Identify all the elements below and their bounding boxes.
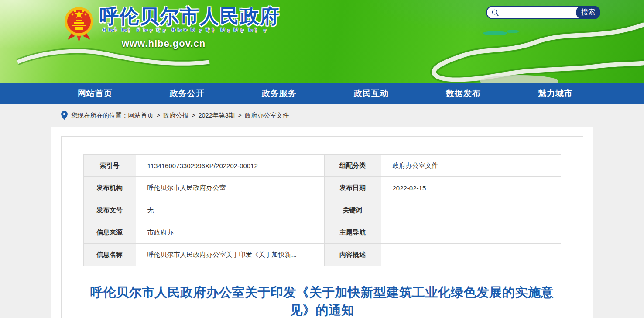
- meta-label-issuer: 发布机构: [83, 177, 136, 199]
- table-row: 索引号 1134160073302996XP/202202-00012 组配分类…: [83, 155, 561, 177]
- table-row: 信息名称 呼伦贝尔市人民政府办公室关于印发《关于加快新... 内容概述: [83, 244, 561, 266]
- search-input[interactable]: [502, 7, 576, 18]
- meta-label-category: 组配分类: [324, 155, 381, 177]
- search-button[interactable]: 搜索: [576, 6, 600, 19]
- nav-item-home[interactable]: 网站首页: [78, 83, 113, 104]
- breadcrumb-separator: >: [238, 112, 241, 119]
- breadcrumb-item-gazette[interactable]: 政府公报: [163, 111, 188, 120]
- breadcrumb-item-home[interactable]: 网站首页: [128, 111, 154, 120]
- table-row: 发布机构 呼伦贝尔市人民政府办公室 发布日期 2022-02-15: [83, 177, 561, 199]
- breadcrumb-separator: >: [157, 112, 160, 119]
- meta-value-source: 市政府办: [136, 221, 324, 244]
- breadcrumb-item-office-docs[interactable]: 政府办公室文件: [245, 111, 289, 120]
- meta-value-pub-date: 2022-02-15: [381, 177, 561, 199]
- meta-label-summary: 内容概述: [324, 244, 381, 266]
- meta-label-doc-no: 发布文号: [83, 199, 136, 221]
- meta-label-source: 信息来源: [83, 221, 136, 244]
- national-emblem-icon: [63, 5, 95, 42]
- meta-label-index-no: 索引号: [83, 155, 136, 177]
- meta-value-issuer: 呼伦贝尔市人民政府办公室: [136, 177, 324, 199]
- header-banner: 呼伦贝尔市人民政府 ᠬᠥᠯᠥᠨ ᠪᠤᠶᠢᠷ ᠬᠣᠲᠠ ᠶᠢᠨ ᠠᠷᠠᠳ ᠤᠨ ᠵ…: [0, 0, 644, 83]
- meta-value-index-no: 1134160073302996XP/202202-00012: [136, 155, 324, 177]
- nav-item-interaction[interactable]: 政民互动: [354, 83, 389, 104]
- nav-item-gov-info[interactable]: 政务公开: [170, 83, 205, 104]
- meta-value-category: 政府办公室文件: [381, 155, 561, 177]
- location-pin-icon: [61, 111, 68, 120]
- breadcrumb-separator: >: [192, 112, 195, 119]
- nav-item-city-charm[interactable]: 魅力城市: [538, 83, 573, 104]
- table-row: 信息来源 市政府办 主题导航: [83, 221, 561, 244]
- nav-item-data[interactable]: 数据发布: [446, 83, 481, 104]
- site-title: 呼伦贝尔市人民政府: [99, 3, 280, 29]
- meta-value-topic-nav: [381, 221, 561, 244]
- breadcrumb-prefix: 您现在所在的位置：: [71, 111, 128, 120]
- table-row: 发布文号 无 关键词: [83, 199, 561, 221]
- meta-label-pub-date: 发布日期: [324, 177, 381, 199]
- document-title: 呼伦贝尔市人民政府办公室关于印发《关于加快新型建筑工业化绿色发展的实施意见》的通…: [90, 283, 554, 318]
- breadcrumb-item-issue[interactable]: 2022年第3期: [198, 111, 235, 120]
- meta-label-topic-nav: 主题导航: [324, 221, 381, 244]
- content-card: 索引号 1134160073302996XP/202202-00012 组配分类…: [51, 127, 593, 318]
- document-meta-table: 索引号 1134160073302996XP/202202-00012 组配分类…: [83, 154, 561, 266]
- meta-label-keywords: 关键词: [324, 199, 381, 221]
- main-nav: 网站首页 政务公开 政务服务 政民互动 数据发布 魅力城市: [0, 83, 644, 104]
- meta-value-summary: [381, 244, 561, 266]
- search-icon: [491, 9, 499, 17]
- breadcrumb: 您现在所在的位置： 网站首页 > 政府公报 > 2022年第3期 > 政府办公室…: [0, 104, 644, 127]
- meta-value-keywords: [381, 199, 561, 221]
- meta-label-info-name: 信息名称: [83, 244, 136, 266]
- site-url: www.hlbe.gov.cn: [63, 38, 264, 49]
- nav-item-gov-service[interactable]: 政务服务: [262, 83, 297, 104]
- document-panel: 索引号 1134160073302996XP/202202-00012 组配分类…: [61, 136, 583, 318]
- meta-value-doc-no: 无: [136, 199, 324, 221]
- search-bar[interactable]: 搜索: [486, 6, 600, 19]
- site-title-mongolian: ᠬᠥᠯᠥᠨ ᠪᠤᠶᠢᠷ ᠬᠣᠲᠠ ᠶᠢᠨ ᠠᠷᠠᠳ ᠤᠨ ᠵᠠᠰᠠᠭ ᠤᠨ ᠣᠷ…: [101, 26, 267, 39]
- meta-value-info-name: 呼伦贝尔市人民政府办公室关于印发《关于加快新...: [136, 244, 324, 266]
